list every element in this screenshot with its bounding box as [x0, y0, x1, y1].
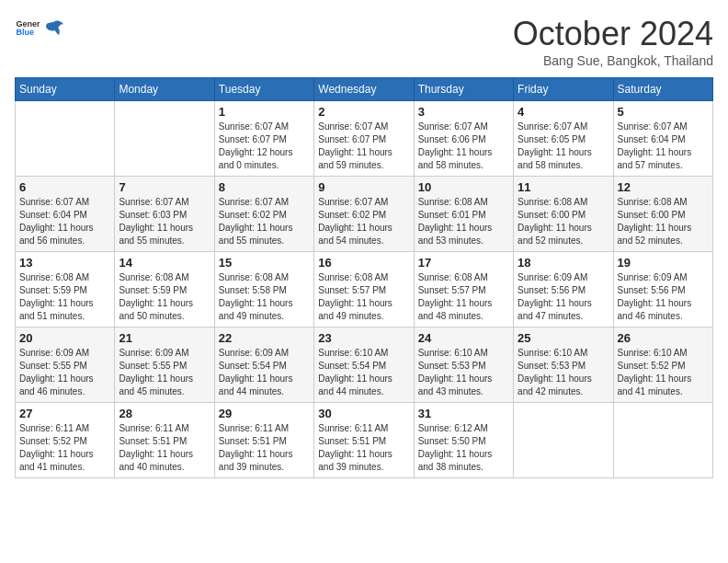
day-info: Sunrise: 6:09 AM Sunset: 5:55 PM Dayligh…	[19, 347, 110, 398]
calendar-cell: 26Sunrise: 6:10 AM Sunset: 5:52 PM Dayli…	[613, 327, 712, 403]
calendar-cell: 16Sunrise: 6:08 AM Sunset: 5:57 PM Dayli…	[314, 252, 414, 327]
calendar-cell: 30Sunrise: 6:11 AM Sunset: 5:51 PM Dayli…	[314, 403, 414, 478]
calendar-cell: 7Sunrise: 6:07 AM Sunset: 6:03 PM Daylig…	[115, 177, 214, 252]
day-info: Sunrise: 6:08 AM Sunset: 5:57 PM Dayligh…	[418, 271, 509, 323]
day-number: 25	[518, 331, 609, 345]
day-number: 23	[318, 331, 409, 345]
col-friday: Friday	[514, 78, 613, 101]
day-number: 17	[418, 256, 509, 270]
day-number: 31	[418, 407, 509, 420]
calendar-cell: 14Sunrise: 6:08 AM Sunset: 5:59 PM Dayli…	[115, 252, 214, 327]
col-sunday: Sunday	[16, 78, 115, 101]
week-row-2: 6Sunrise: 6:07 AM Sunset: 6:04 PM Daylig…	[16, 177, 713, 252]
day-number: 27	[19, 407, 110, 420]
week-row-1: 1Sunrise: 6:07 AM Sunset: 6:07 PM Daylig…	[16, 101, 713, 177]
day-number: 5	[618, 105, 709, 119]
calendar-cell: 3Sunrise: 6:07 AM Sunset: 6:06 PM Daylig…	[414, 101, 513, 177]
day-number: 2	[318, 105, 409, 119]
day-number: 12	[618, 180, 709, 194]
day-info: Sunrise: 6:07 AM Sunset: 6:05 PM Dayligh…	[518, 121, 609, 172]
col-wednesday: Wednesday	[314, 78, 414, 101]
day-number: 4	[518, 105, 609, 119]
day-number: 29	[219, 407, 310, 420]
day-number: 19	[618, 256, 709, 270]
calendar-cell	[613, 403, 712, 478]
col-thursday: Thursday	[414, 78, 513, 101]
day-number: 11	[518, 180, 609, 194]
day-number: 9	[318, 180, 409, 194]
day-info: Sunrise: 6:07 AM Sunset: 6:02 PM Dayligh…	[219, 196, 310, 247]
day-number: 1	[219, 105, 310, 119]
col-saturday: Saturday	[613, 78, 712, 101]
day-number: 22	[219, 331, 310, 345]
day-info: Sunrise: 6:07 AM Sunset: 6:06 PM Dayligh…	[418, 121, 509, 172]
week-row-3: 13Sunrise: 6:08 AM Sunset: 5:59 PM Dayli…	[16, 252, 713, 327]
day-info: Sunrise: 6:11 AM Sunset: 5:51 PM Dayligh…	[219, 422, 310, 474]
day-info: Sunrise: 6:07 AM Sunset: 6:03 PM Dayligh…	[119, 196, 210, 247]
calendar-cell: 13Sunrise: 6:08 AM Sunset: 5:59 PM Dayli…	[16, 252, 115, 327]
day-info: Sunrise: 6:08 AM Sunset: 6:00 PM Dayligh…	[518, 196, 609, 247]
logo-icon: General Blue	[15, 15, 40, 40]
col-monday: Monday	[115, 78, 214, 101]
week-row-5: 27Sunrise: 6:11 AM Sunset: 5:52 PM Dayli…	[16, 403, 713, 478]
calendar-cell: 17Sunrise: 6:08 AM Sunset: 5:57 PM Dayli…	[414, 252, 513, 327]
day-info: Sunrise: 6:11 AM Sunset: 5:51 PM Dayligh…	[318, 422, 409, 474]
calendar-cell: 25Sunrise: 6:10 AM Sunset: 5:53 PM Dayli…	[514, 327, 613, 403]
title-block: October 2024 Bang Sue, Bangkok, Thailand	[513, 15, 713, 68]
day-info: Sunrise: 6:09 AM Sunset: 5:56 PM Dayligh…	[618, 271, 709, 323]
calendar-cell	[16, 101, 115, 177]
calendar-cell: 1Sunrise: 6:07 AM Sunset: 6:07 PM Daylig…	[214, 101, 313, 177]
day-number: 14	[119, 256, 210, 270]
calendar-cell: 27Sunrise: 6:11 AM Sunset: 5:52 PM Dayli…	[16, 403, 115, 478]
calendar-table: Sunday Monday Tuesday Wednesday Thursday…	[15, 77, 713, 478]
month-title: October 2024	[513, 15, 713, 53]
day-number: 13	[19, 256, 110, 270]
calendar-cell: 20Sunrise: 6:09 AM Sunset: 5:55 PM Dayli…	[16, 327, 115, 403]
logo-bird-icon	[44, 17, 64, 38]
calendar-cell: 10Sunrise: 6:08 AM Sunset: 6:01 PM Dayli…	[414, 177, 513, 252]
calendar-cell: 15Sunrise: 6:08 AM Sunset: 5:58 PM Dayli…	[214, 252, 313, 327]
day-info: Sunrise: 6:09 AM Sunset: 5:55 PM Dayligh…	[119, 347, 210, 398]
calendar-cell: 31Sunrise: 6:12 AM Sunset: 5:50 PM Dayli…	[414, 403, 513, 478]
day-number: 28	[119, 407, 210, 420]
day-info: Sunrise: 6:10 AM Sunset: 5:54 PM Dayligh…	[318, 347, 409, 398]
day-info: Sunrise: 6:08 AM Sunset: 6:01 PM Dayligh…	[418, 196, 509, 247]
week-row-4: 20Sunrise: 6:09 AM Sunset: 5:55 PM Dayli…	[16, 327, 713, 403]
day-number: 18	[518, 256, 609, 270]
calendar-cell: 23Sunrise: 6:10 AM Sunset: 5:54 PM Dayli…	[314, 327, 414, 403]
day-number: 3	[418, 105, 509, 119]
calendar-header-row: Sunday Monday Tuesday Wednesday Thursday…	[16, 78, 713, 101]
day-number: 15	[219, 256, 310, 270]
day-info: Sunrise: 6:07 AM Sunset: 6:02 PM Dayligh…	[318, 196, 409, 247]
day-info: Sunrise: 6:08 AM Sunset: 6:00 PM Dayligh…	[618, 196, 709, 247]
day-number: 7	[119, 180, 210, 194]
day-number: 24	[418, 331, 509, 345]
day-info: Sunrise: 6:07 AM Sunset: 6:04 PM Dayligh…	[618, 121, 709, 172]
location: Bang Sue, Bangkok, Thailand	[513, 53, 713, 68]
day-number: 30	[318, 407, 409, 420]
calendar-cell: 6Sunrise: 6:07 AM Sunset: 6:04 PM Daylig…	[16, 177, 115, 252]
day-info: Sunrise: 6:09 AM Sunset: 5:56 PM Dayligh…	[518, 271, 609, 323]
calendar-cell: 22Sunrise: 6:09 AM Sunset: 5:54 PM Dayli…	[214, 327, 313, 403]
day-info: Sunrise: 6:10 AM Sunset: 5:53 PM Dayligh…	[518, 347, 609, 398]
page-header: General Blue October 2024 Bang Sue, Bang…	[15, 15, 713, 68]
day-info: Sunrise: 6:10 AM Sunset: 5:53 PM Dayligh…	[418, 347, 509, 398]
day-info: Sunrise: 6:08 AM Sunset: 5:59 PM Dayligh…	[119, 271, 210, 323]
calendar-cell: 11Sunrise: 6:08 AM Sunset: 6:00 PM Dayli…	[514, 177, 613, 252]
calendar-cell: 18Sunrise: 6:09 AM Sunset: 5:56 PM Dayli…	[514, 252, 613, 327]
day-number: 10	[418, 180, 509, 194]
day-info: Sunrise: 6:11 AM Sunset: 5:51 PM Dayligh…	[119, 422, 210, 474]
calendar-cell: 19Sunrise: 6:09 AM Sunset: 5:56 PM Dayli…	[613, 252, 712, 327]
calendar-cell: 2Sunrise: 6:07 AM Sunset: 6:07 PM Daylig…	[314, 101, 414, 177]
svg-text:Blue: Blue	[16, 28, 34, 37]
day-info: Sunrise: 6:07 AM Sunset: 6:07 PM Dayligh…	[219, 121, 310, 172]
day-info: Sunrise: 6:07 AM Sunset: 6:07 PM Dayligh…	[318, 121, 409, 172]
col-tuesday: Tuesday	[214, 78, 313, 101]
calendar-cell	[514, 403, 613, 478]
calendar-cell: 9Sunrise: 6:07 AM Sunset: 6:02 PM Daylig…	[314, 177, 414, 252]
svg-text:General: General	[16, 19, 40, 29]
day-number: 8	[219, 180, 310, 194]
calendar-cell: 12Sunrise: 6:08 AM Sunset: 6:00 PM Dayli…	[613, 177, 712, 252]
calendar-cell: 24Sunrise: 6:10 AM Sunset: 5:53 PM Dayli…	[414, 327, 513, 403]
day-number: 6	[19, 180, 110, 194]
